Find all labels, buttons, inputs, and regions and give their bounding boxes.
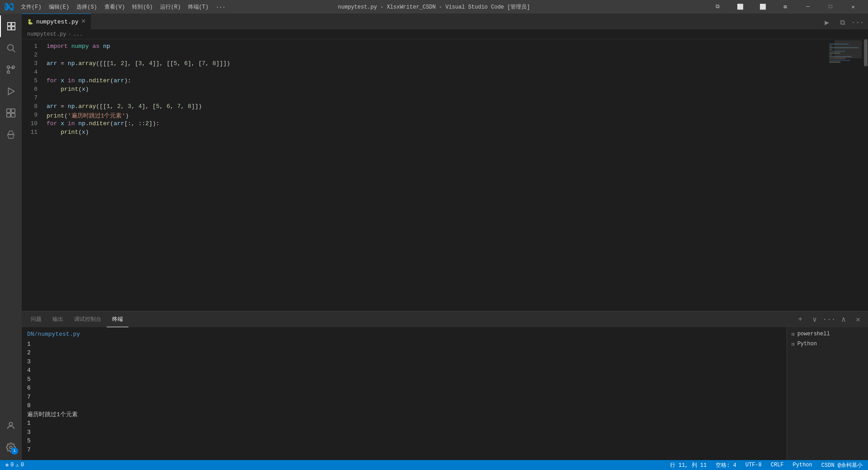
run-python-btn[interactable]: ▶ <box>820 16 834 29</box>
activity-settings[interactable]: 1 <box>0 437 22 458</box>
panel-collapse-btn[interactable]: ∧ <box>837 313 850 326</box>
status-language[interactable]: Python <box>791 462 814 468</box>
code-line-3: 3 arr = np.array([[[1, 2], [3, 4]], [[5,… <box>22 60 827 69</box>
editor-content-area: 1 import numpy as np 2 3 arr = np.array(… <box>22 39 868 311</box>
panel-close-btn[interactable]: ✕ <box>852 313 864 326</box>
line-content-8: arr = np.array([[1, 2, 3, 4], [5, 6, 7, … <box>47 103 202 110</box>
line-num-9: 9 <box>22 112 47 118</box>
menu-file[interactable]: 文件(F) <box>17 2 45 12</box>
layout-btn[interactable]: ⧉ <box>707 0 728 14</box>
terminal-out-10: 3 <box>27 428 781 437</box>
line-num-10: 10 <box>22 120 47 127</box>
panel-tab-terminal[interactable]: 终端 <box>107 311 128 327</box>
code-line-2: 2 <box>22 52 827 60</box>
panel-ellipsis-btn[interactable]: ··· <box>823 313 835 326</box>
activity-source-control[interactable] <box>0 59 22 80</box>
line-content-9: print('遍历时跳过1个元素') <box>47 112 129 120</box>
activity-explorer[interactable] <box>0 15 22 37</box>
menu-edit[interactable]: 编辑(E) <box>45 2 73 12</box>
error-count: 0 <box>10 462 14 468</box>
split-editor-btn[interactable]: ⧉ <box>835 16 849 29</box>
status-spaces[interactable]: 空格: 4 <box>714 461 738 469</box>
activity-extensions[interactable] <box>0 102 22 124</box>
svg-rect-7 <box>11 109 15 113</box>
title-bar: 文件(F) 编辑(E) 选择(S) 查看(V) 转到(G) 运行(R) 终端(T… <box>0 0 868 14</box>
menu-select[interactable]: 选择(S) <box>73 2 101 12</box>
line-content-7 <box>47 94 50 101</box>
menu-goto[interactable]: 转到(G) <box>128 2 156 12</box>
line-content-4 <box>47 69 50 75</box>
minimap-thumbnail <box>835 40 862 58</box>
terminal-out-11: 5 <box>27 437 781 446</box>
breadcrumb-file[interactable]: numpytest.py <box>27 31 66 38</box>
line-num-2: 2 <box>22 52 47 58</box>
terminal-out-7: 7 <box>27 393 781 402</box>
minimize-btn[interactable]: ─ <box>797 0 818 14</box>
error-icon: ⊗ <box>5 462 9 469</box>
status-bar: ⊗ 0 ⚠ 0 行 11, 列 11 空格: 4 UTF-8 CRLF Pyth… <box>0 460 868 470</box>
tab-bar: 🐍 numpytest.py × ▶ ⧉ ··· <box>22 14 868 29</box>
more-actions-btn[interactable]: ··· <box>851 16 864 29</box>
status-errors[interactable]: ⊗ 0 ⚠ 0 <box>4 462 26 469</box>
terminal-output[interactable]: DN/numpytest.py 1 2 3 4 5 6 7 8 遍历时跳过1个元… <box>22 327 787 460</box>
terminal-option-powershell[interactable]: ⊞ powershell <box>787 329 868 339</box>
activity-run-debug[interactable] <box>0 80 22 102</box>
tab-actions: ▶ ⧉ ··· <box>820 16 868 29</box>
status-encoding[interactable]: UTF-8 <box>744 462 764 468</box>
code-line-6: 6 print(x) <box>22 86 827 94</box>
terminal-powershell-label: powershell <box>797 331 830 337</box>
terminal-out-9: 1 <box>27 419 781 428</box>
breadcrumb-more[interactable]: ... <box>73 31 83 38</box>
scrollbar-thumb[interactable] <box>864 39 868 66</box>
panel-tab-debug[interactable]: 调试控制台 <box>69 311 107 327</box>
menu-view[interactable]: 查看(V) <box>101 2 129 12</box>
activity-search[interactable] <box>0 37 22 59</box>
line-num-11: 11 <box>22 129 47 136</box>
menu-bar: 文件(F) 编辑(E) 选择(S) 查看(V) 转到(G) 运行(R) 终端(T… <box>17 2 229 12</box>
vertical-scrollbar[interactable] <box>863 39 868 311</box>
menu-more[interactable]: ... <box>212 2 229 12</box>
close-btn[interactable]: ✕ <box>843 0 863 14</box>
terminal-path: DN/numpytest.py <box>27 330 781 339</box>
python-file-icon: 🐍 <box>27 19 33 25</box>
editor-area: 🐍 numpytest.py × ▶ ⧉ ··· numpytest.py › … <box>22 14 868 460</box>
activity-testing[interactable] <box>0 124 22 146</box>
panel-tab-problems[interactable]: 问题 <box>25 311 47 327</box>
layout2-btn[interactable]: ⬜ <box>730 0 750 14</box>
code-line-8: 8 arr = np.array([[1, 2, 3, 4], [5, 6, 7… <box>22 103 827 112</box>
activity-account[interactable] <box>0 415 22 437</box>
panel-tabs: 问题 输出 调试控制台 终端 + ∨ ··· ∧ ✕ <box>22 311 868 327</box>
code-line-11: 11 print(x) <box>22 129 827 137</box>
panel-dropdown-btn[interactable]: ∨ <box>808 313 821 326</box>
status-encoding-label: UTF-8 <box>745 462 762 468</box>
status-spaces-label: 空格: 4 <box>716 461 736 469</box>
status-extra-label: CSDN @余柯基小 <box>821 461 863 469</box>
svg-line-1 <box>13 50 15 52</box>
terminal-right-panel: ⊞ powershell ⊞ Python <box>787 327 868 460</box>
code-line-9: 9 print('遍历时跳过1个元素') <box>22 112 827 120</box>
status-extra[interactable]: CSDN @余柯基小 <box>820 461 864 469</box>
menu-run[interactable]: 运行(R) <box>156 2 184 12</box>
svg-point-2 <box>7 71 10 74</box>
layout4-btn[interactable]: ⊞ <box>775 0 796 14</box>
line-content-3: arr = np.array([[[1, 2], [3, 4]], [[5, 6… <box>47 60 230 67</box>
code-editor[interactable]: 1 import numpy as np 2 3 arr = np.array(… <box>22 39 827 311</box>
activity-bar: 1 <box>0 14 22 460</box>
panel-add-btn[interactable]: + <box>794 313 807 326</box>
minimap <box>827 39 863 311</box>
terminal-option-python[interactable]: ⊞ Python <box>787 339 868 349</box>
tab-close-btn[interactable]: × <box>81 18 86 25</box>
line-content-6: print(x) <box>47 86 89 93</box>
line-content-2 <box>47 52 50 58</box>
status-position[interactable]: 行 11, 列 11 <box>668 461 709 469</box>
terminal-out-traverse: 遍历时跳过1个元素 <box>27 410 781 419</box>
maximize-btn[interactable]: □ <box>820 0 841 14</box>
layout3-btn[interactable]: ⬜ <box>752 0 773 14</box>
panel-tab-output[interactable]: 输出 <box>47 311 69 327</box>
file-tab-numpytest[interactable]: 🐍 numpytest.py × <box>22 14 91 29</box>
status-line-ending[interactable]: CRLF <box>769 462 786 468</box>
line-content-11: print(x) <box>47 129 89 136</box>
activity-bar-bottom: 1 <box>0 415 22 458</box>
svg-rect-9 <box>11 113 15 117</box>
menu-terminal[interactable]: 终端(T) <box>184 2 212 12</box>
